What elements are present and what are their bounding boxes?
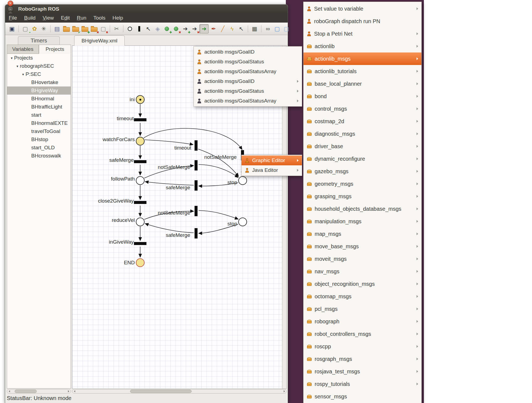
safeMerge-main-transition[interactable] — [134, 160, 146, 163]
menubar-item-build[interactable]: Build — [21, 13, 39, 23]
menu-item-base-local-planner[interactable]: base_local_planner — [303, 78, 421, 90]
tree-item-robographsec[interactable]: ▾robographSEC — [7, 62, 71, 70]
folder-open-icon[interactable] — [62, 24, 71, 33]
screenshot-tool-icon[interactable]: ▣ — [8, 24, 16, 33]
transition-tool-icon[interactable] — [135, 24, 143, 33]
menu-item-moveit-msgs[interactable]: moveit_msgs — [303, 253, 421, 265]
menu-item-actionlib-msgs[interactable]: actionlib_msgs — [303, 52, 421, 65]
menu-item-actionlib-msgs-goalid[interactable]: actionlib msgs/GoalID — [194, 47, 302, 57]
menu-item-rospy-tutorials[interactable]: rospy_tutorials — [303, 378, 421, 390]
page-delete-icon[interactable]: ▢✖ — [99, 24, 108, 33]
menu-item-map-msgs[interactable]: map_msgs — [303, 228, 421, 240]
token-tool-icon[interactable]: ◈ — [153, 24, 162, 33]
remove-arc-icon[interactable]: ➔✖ — [190, 24, 199, 33]
draw-arc-icon[interactable]: ╱ — [218, 24, 227, 33]
editor-tab[interactable]: BHgiveWay.xml — [74, 35, 125, 46]
menu-item-object-recognition-msgs[interactable]: object_recognition_msgs — [303, 278, 421, 290]
tree-item-bhcrosswalk[interactable]: BHcrosswalk — [7, 152, 71, 160]
menu-item-sensor-msgs[interactable]: sensor_msgs — [303, 390, 421, 403]
place-tool-icon[interactable] — [126, 24, 134, 33]
add-arc-icon[interactable]: ➔✚ — [181, 24, 190, 33]
menubar-item-run[interactable]: Run — [73, 13, 90, 23]
minimize-button[interactable]: – — [8, 6, 13, 12]
menubar-item-view[interactable]: View — [39, 13, 57, 23]
safeMerge-lower-transition[interactable] — [195, 228, 198, 238]
menu-item-diagnostic-msgs[interactable]: diagnostic_msgs — [303, 128, 421, 140]
menu-item-gazebo-msgs[interactable]: gazebo_msgs — [303, 165, 421, 178]
menu-item-dynamic-reconfigure[interactable]: dynamic_reconfigure — [303, 153, 421, 165]
close-button[interactable]: ✕ — [8, 1, 13, 6]
folder-remove-icon[interactable]: ✖ — [90, 24, 98, 33]
scroll-thumb[interactable] — [130, 390, 192, 393]
menu-item-set-value-to-variable[interactable]: Set value to variable — [303, 2, 421, 15]
menu-item-geometry-msgs[interactable]: geometry_msgs — [303, 178, 421, 190]
window2-icon[interactable]: ▢ — [282, 24, 291, 33]
menu-item-household-objects-database-msgs[interactable]: household_objects_database_msgs — [303, 203, 421, 215]
remove-place-icon[interactable]: ✖ — [172, 24, 180, 33]
menu-item-stop-a-petri-net[interactable]: Stop a Petri Net — [303, 27, 421, 40]
tree-item-traveltogoal[interactable]: travelToGoal — [7, 127, 71, 135]
pointer-icon[interactable]: ↖ — [237, 24, 246, 33]
grid-icon[interactable]: ▦ — [250, 24, 259, 33]
tab-projects[interactable]: Projects — [39, 45, 71, 54]
timers-pane-header[interactable]: Timers — [18, 36, 60, 45]
notSafeMerge-lower-transition[interactable] — [195, 206, 198, 216]
select-tool-icon[interactable]: ↖ — [144, 24, 153, 33]
build-run-icon[interactable]: ✿ — [30, 24, 39, 33]
sidebar-hscrollbar[interactable] — [7, 389, 71, 393]
menu-item-actionlib-msgs-goalstatus[interactable]: actionlib msgs/GoalStatus — [194, 86, 302, 96]
flash-icon[interactable]: ϟ — [228, 24, 236, 33]
delete-node-icon[interactable]: ✒ — [209, 24, 218, 33]
menu-item-java-editor[interactable]: Java Editor — [242, 165, 302, 175]
new-project-icon[interactable]: ▢• — [21, 24, 30, 33]
folder-check-icon[interactable]: ✔ — [71, 24, 80, 33]
menu-item-move-base-msgs[interactable]: move_base_msgs — [303, 240, 421, 253]
scroll-track[interactable] — [77, 390, 282, 393]
add-place-icon[interactable]: ✚ — [162, 24, 171, 33]
expander-icon[interactable]: ▾ — [21, 72, 26, 76]
scroll-thumb[interactable] — [15, 390, 37, 393]
tree-item-p-sec[interactable]: ▾P:SEC — [7, 70, 71, 78]
menu-item-costmap-2d[interactable]: costmap_2d — [303, 115, 421, 128]
menu-item-grasping-msgs[interactable]: grasping_msgs — [303, 190, 421, 203]
tree-item-start-old[interactable]: start_OLD — [7, 144, 71, 152]
tree-item-bhstop[interactable]: BHstop — [7, 135, 71, 144]
scissors-icon[interactable]: ✂ — [112, 24, 121, 33]
copybook-icon[interactable]: ▤ — [53, 24, 61, 33]
notSafeMerge-upper-transition[interactable] — [195, 160, 198, 170]
loop-icon[interactable]: ∞ — [264, 24, 272, 33]
menu-item-roscpp[interactable]: roscpp — [303, 340, 421, 353]
menu-item-rosjava-test-msgs[interactable]: rosjava_test_msgs — [303, 365, 421, 378]
close2GiveWay-transition[interactable] — [134, 201, 146, 204]
stop-upper-place[interactable] — [238, 176, 247, 185]
folder-add-icon[interactable]: ✚ — [80, 24, 89, 33]
stop-lower-place[interactable] — [238, 218, 247, 226]
inGiveWay-transition[interactable] — [134, 242, 146, 245]
tree-item-bhtrafficlight[interactable]: BHtrafficLight — [7, 103, 71, 111]
tree-item-bhovertake[interactable]: BHovertake — [7, 78, 71, 86]
menu-item-actionlib[interactable]: actionlib — [303, 40, 421, 52]
END-place[interactable] — [136, 258, 145, 267]
menubar-item-tools[interactable]: Tools — [90, 13, 109, 23]
expander-icon[interactable]: ▾ — [15, 64, 20, 68]
followPath-place[interactable] — [136, 176, 145, 185]
menu-item-octomap-msgs[interactable]: octomap_msgs — [303, 290, 421, 303]
menu-item-actionlib-tutorials[interactable]: actionlib_tutorials — [303, 65, 421, 78]
menu-item-nav-msgs[interactable]: nav_msgs — [303, 265, 421, 278]
menu-item-graphic-editor[interactable]: Graphic Editor — [242, 156, 302, 165]
menu-item-actionlib-msgs-goalstatusarray[interactable]: actionlib msgs/GoalStatusArray — [194, 96, 302, 106]
menu-item-robot-controllers-msgs[interactable]: robot_controllers_msgs — [303, 328, 421, 340]
tree-item-bhgiveway[interactable]: BHgiveWay — [7, 86, 71, 95]
window-icon[interactable]: ▢ — [273, 24, 281, 33]
menu-item-actionlib-msgs-goalid[interactable]: actionlib msgs/GoalID — [194, 76, 302, 86]
insert-node-icon[interactable]: ➔ — [199, 24, 209, 33]
tree-item-start[interactable]: start — [7, 111, 71, 119]
tab-variables[interactable]: Variables — [7, 45, 39, 54]
expander-icon[interactable]: ▾ — [9, 56, 14, 60]
canvas-hscrollbar[interactable] — [72, 389, 287, 393]
watchForCars-place[interactable] — [136, 137, 145, 145]
scroll-right-icon[interactable] — [282, 389, 286, 393]
safeMerge-upper-transition[interactable] — [195, 180, 198, 191]
menu-item-actionlib-msgs-goalstatusarray[interactable]: actionlib msgs/GoalStatusArray — [194, 67, 302, 76]
menu-item-manipulation-msgs[interactable]: manipulation_msgs — [303, 215, 421, 228]
